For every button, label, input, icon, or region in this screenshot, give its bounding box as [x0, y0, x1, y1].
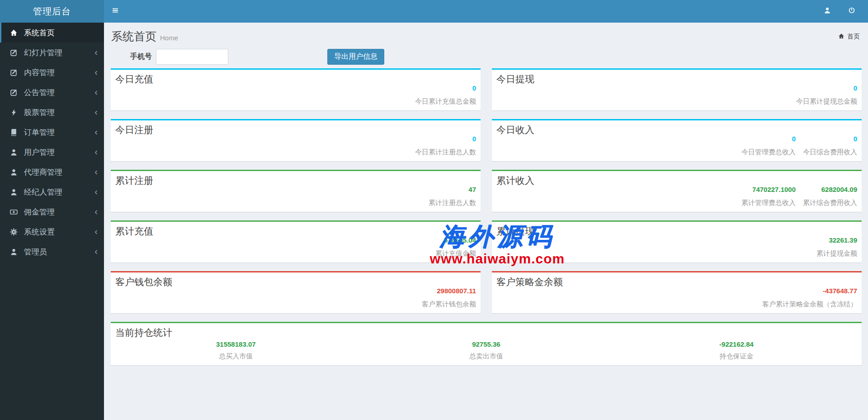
sidebar-item-label: 用户管理 [24, 147, 94, 158]
position-stat-value: 92755.36 [472, 340, 500, 348]
sidebar-item-stock[interactable]: 股票管理‹ [0, 102, 104, 122]
top-bar: 管理后台 [0, 0, 868, 23]
stat-card-title: 今日收入 [496, 124, 534, 136]
stat-caption: 今日累计充值总金额 [415, 97, 476, 106]
stat-card-metrics: 29800807.11客户累计钱包余额 [422, 287, 476, 309]
book-icon [8, 129, 19, 136]
sidebar-item-label: 股票管理 [24, 107, 94, 118]
stat-value: 0 [792, 135, 796, 143]
breadcrumb-home-label: 首页 [847, 33, 860, 41]
stat-value: 7470227.1000 [752, 186, 796, 193]
stat-value: -437648.77 [823, 287, 857, 295]
sidebar-item-content[interactable]: 内容管理‹ [0, 62, 104, 82]
sidebar-item-admin[interactable]: 管理员‹ [0, 242, 104, 262]
stat-card-title: 累计收入 [496, 174, 534, 187]
sidebar-menu: 系统首页幻灯片管理‹内容管理‹公告管理‹股票管理‹订单管理‹用户管理‹代理商管理… [0, 23, 104, 262]
stat-caption: 累计充值金额 [435, 249, 476, 258]
sidebar-item-agents[interactable]: 代理商管理‹ [0, 162, 104, 182]
stat-card-metrics: 574595.04累计充值金额 [435, 236, 476, 258]
user-icon [8, 188, 19, 196]
sidebar-item-orders[interactable]: 订单管理‹ [0, 122, 104, 142]
sidebar-toggle-button[interactable] [104, 0, 127, 23]
sidebar-item-label: 内容管理 [24, 67, 94, 78]
home-icon [838, 33, 844, 41]
user-menu-button[interactable] [818, 0, 836, 23]
stat-metric: 0今日综合费用收入 [803, 135, 857, 157]
hamburger-icon [112, 7, 119, 16]
stat-card-title: 今日提现 [496, 73, 534, 86]
page-title: 系统首页 [111, 30, 156, 43]
stat-card-title: 累计注册 [115, 174, 153, 187]
user-icon [8, 148, 19, 156]
stat-caption: 客户累计钱包余额 [422, 300, 476, 309]
sidebar-item-commission[interactable]: 佣金管理‹ [0, 202, 104, 222]
stat-card: 客户钱包余额29800807.11客户累计钱包余额 [111, 271, 481, 313]
stat-metric: 7470227.1000累计管理费总收入 [741, 186, 796, 207]
stat-value: 0 [472, 84, 476, 92]
position-stat-label: 总卖出市值 [469, 352, 503, 361]
stat-card-title: 今日注册 [115, 124, 153, 136]
export-users-button[interactable]: 导出用户信息 [327, 49, 384, 65]
stat-metric: 6282004.09累计综合费用收入 [803, 186, 857, 207]
stat-card-title: 今日充值 [115, 73, 153, 86]
sidebar-item-slides[interactable]: 幻灯片管理‹ [0, 43, 104, 62]
stat-value: 29800807.11 [437, 287, 476, 295]
chevron-left-icon: ‹ [94, 107, 98, 118]
stat-metric: 29800807.11客户累计钱包余额 [422, 287, 476, 309]
breadcrumb[interactable]: 首页 [838, 33, 860, 41]
sidebar-item-label: 系统设置 [24, 227, 94, 237]
stat-metric: 0今日累计充值总金额 [415, 84, 476, 106]
logout-button[interactable] [843, 0, 861, 23]
chevron-left-icon: ‹ [94, 247, 98, 257]
stat-value: 32261.39 [829, 236, 857, 244]
sidebar-item-label: 公告管理 [24, 87, 94, 98]
stat-caption: 累计提现金额 [816, 249, 857, 258]
sidebar: 系统首页幻灯片管理‹内容管理‹公告管理‹股票管理‹订单管理‹用户管理‹代理商管理… [0, 23, 104, 420]
home-icon [8, 29, 19, 37]
sidebar-item-label: 佣金管理 [24, 207, 94, 217]
stat-card-title: 累计提现 [496, 225, 534, 238]
stat-card: 今日提现0今日累计提现总金额 [492, 68, 862, 110]
stat-caption: 今日累计注册总人数 [415, 148, 476, 157]
stat-caption: 客户累计策略金余额（含冻结） [762, 300, 857, 309]
search-toolbar: 手机号 导出用户信息 [111, 48, 861, 65]
sidebar-item-label: 订单管理 [24, 127, 94, 138]
sidebar-item-brokers[interactable]: 经纪人管理‹ [0, 182, 104, 202]
stat-card-metrics: 47累计注册总人数 [429, 186, 476, 207]
stat-metric: 47累计注册总人数 [429, 186, 476, 207]
stat-card: 今日充值0今日累计充值总金额 [111, 68, 481, 110]
stat-card-metrics: 0今日管理费总收入0今日综合费用收入 [741, 135, 857, 157]
position-stat-value: 31558183.07 [216, 340, 256, 348]
sidebar-item-home[interactable]: 系统首页 [0, 23, 104, 43]
stat-value: 574595.04 [444, 236, 476, 244]
sidebar-item-users[interactable]: 用户管理‹ [0, 142, 104, 162]
sidebar-item-label: 经纪人管理 [24, 187, 94, 197]
position-stat: -922162.84持仓保证金 [611, 340, 862, 361]
stat-card: 今日注册0今日累计注册总人数 [111, 119, 481, 161]
stat-card-title: 累计充值 [115, 225, 153, 238]
chevron-left-icon: ‹ [94, 187, 98, 197]
stat-metric: 0今日累计提现总金额 [796, 84, 857, 106]
position-stat: 31558183.07总买入市值 [111, 340, 361, 361]
stat-caption: 累计注册总人数 [429, 199, 476, 207]
content-header: 系统首页Home 首页 [104, 23, 868, 46]
power-icon [848, 7, 855, 16]
stat-caption: 累计综合费用收入 [803, 199, 857, 207]
stat-value: 0 [854, 135, 857, 143]
sidebar-item-notice[interactable]: 公告管理‹ [0, 82, 104, 102]
edit-icon [8, 49, 19, 57]
stat-card: 客户策略金余额-437648.77客户累计策略金余额（含冻结） [492, 271, 862, 313]
sidebar-item-settings[interactable]: 系统设置‹ [0, 222, 104, 242]
position-card-title: 当前持仓统计 [115, 326, 172, 339]
stat-card-title: 客户钱包余额 [115, 276, 172, 288]
stat-caption: 今日管理费总收入 [741, 148, 796, 157]
gear-icon [8, 228, 19, 236]
stat-value: 6282004.09 [821, 186, 857, 193]
stat-card: 累计提现32261.39累计提现金额 [492, 220, 862, 262]
stat-card: 今日收入0今日管理费总收入0今日综合费用收入 [492, 119, 862, 161]
phone-input[interactable] [156, 49, 228, 65]
navbar [104, 0, 868, 23]
position-stats-card: 当前持仓统计 31558183.07总买入市值92755.36总卖出市值-922… [111, 322, 862, 365]
stat-caption: 今日综合费用收入 [803, 148, 857, 157]
stat-metric: 574595.04累计充值金额 [435, 236, 476, 258]
